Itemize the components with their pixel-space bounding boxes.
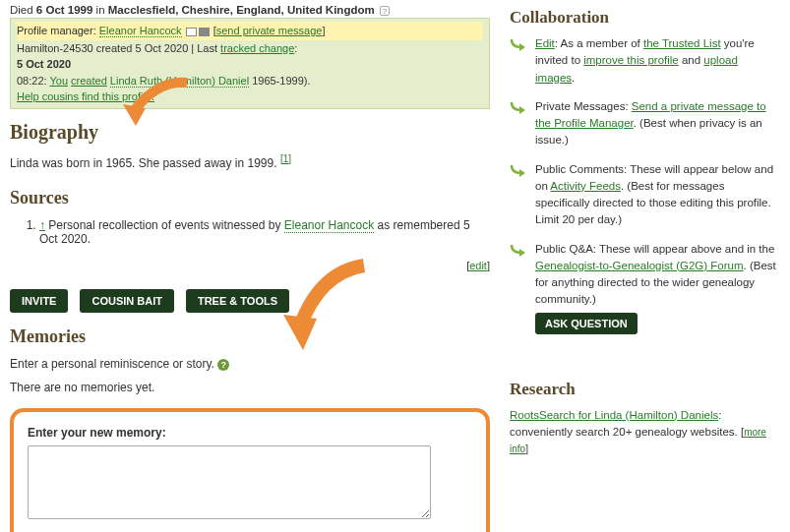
tracked-change-link[interactable]: tracked change [220, 42, 294, 54]
svg-marker-2 [519, 43, 525, 51]
bullet-arrow-icon [510, 37, 527, 51]
help-icon[interactable]: ? [217, 359, 229, 371]
bullet-arrow-icon [510, 163, 527, 177]
send-private-message-link[interactable]: send private message [216, 25, 323, 36]
ask-question-button[interactable]: ASK QUESTION [535, 313, 638, 334]
memory-textarea[interactable] [28, 445, 431, 519]
profile-info-box: Profile manager: Eleanor Hancock [send p… [10, 18, 490, 109]
source-author-link[interactable]: Eleanor Hancock [284, 218, 374, 233]
source-backref-link[interactable]: ↑ [39, 218, 45, 232]
footnote-link[interactable]: [1] [280, 153, 291, 164]
memory-label: Enter your new memory: [28, 426, 472, 440]
invite-button[interactable]: INVITE [10, 289, 68, 313]
help-cousins-link[interactable]: Help cousins find this profile. [17, 90, 154, 102]
mail-icon[interactable] [199, 28, 210, 36]
svg-marker-5 [519, 249, 525, 257]
research-text: RootsSearch for Linda (Hamilton) Daniels… [510, 407, 780, 458]
memory-form: Enter your new memory: POST MEMORY CANCE… [10, 408, 490, 533]
privacy-icon[interactable] [186, 28, 197, 36]
sources-list: ↑ Personal recollection of events witnes… [39, 218, 490, 246]
uncertain-icon: ? [380, 6, 390, 16]
svg-marker-4 [519, 169, 525, 177]
rootssearch-link[interactable]: RootsSearch for Linda (Hamilton) Daniels [510, 409, 718, 421]
activity-feeds-link[interactable]: Activity Feeds [550, 180, 621, 192]
collab-item: Edit: As a member of the Trusted List yo… [510, 35, 780, 87]
bullet-arrow-icon [510, 100, 527, 114]
edit-link[interactable]: edit [469, 260, 487, 271]
no-memories-text: There are no memories yet. [10, 381, 490, 394]
collab-item: Private Messages: Send a private message… [510, 98, 780, 149]
svg-marker-3 [519, 106, 525, 114]
cousin-bait-button[interactable]: COUSIN BAIT [80, 289, 174, 313]
collab-item: Public Comments: These will appear below… [510, 161, 780, 229]
research-heading: Research [510, 380, 780, 399]
you-link[interactable]: You [49, 75, 68, 87]
profile-manager-link[interactable]: Eleanor Hancock [99, 25, 182, 37]
death-line: Died 6 Oct 1999 in Macclesfield, Cheshir… [10, 4, 490, 16]
sources-heading: Sources [10, 188, 490, 208]
collaboration-heading: Collaboration [510, 8, 780, 28]
trusted-list-link[interactable]: the Trusted List [643, 37, 721, 49]
improve-profile-link[interactable]: improve this profile [583, 54, 679, 66]
tree-tools-button[interactable]: TREE & TOOLS [186, 289, 289, 313]
g2g-forum-link[interactable]: Genealogist-to-Genealogist (G2G) Forum [535, 260, 744, 271]
created-link[interactable]: created [71, 75, 107, 87]
collab-item: Public Q&A: These will appear above and … [510, 241, 780, 334]
source-item: ↑ Personal recollection of events witnes… [39, 218, 490, 246]
biography-text: Linda was born in 1965. She passed away … [10, 153, 490, 170]
profile-name-link[interactable]: Linda Ruth (Hamilton) Daniel [110, 75, 249, 88]
biography-heading: Biography [10, 121, 490, 144]
bullet-arrow-icon [510, 243, 527, 257]
collab-edit-link[interactable]: Edit [535, 37, 555, 49]
memories-heading: Memories [10, 326, 490, 347]
memories-prompt: Enter a personal reminiscence or story. … [10, 357, 490, 371]
